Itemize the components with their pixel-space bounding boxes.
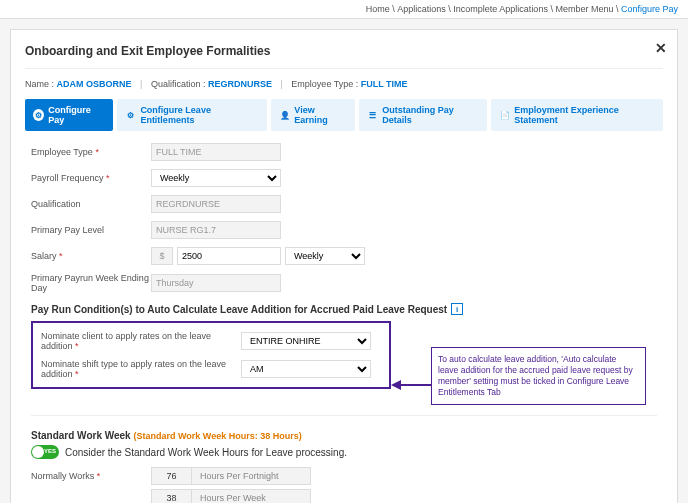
member-type: FULL TIME <box>361 79 408 89</box>
svg-marker-1 <box>391 380 401 390</box>
payrun-box: Nominate client to apply rates on the le… <box>31 321 391 389</box>
hours-fortnight-unit: Hours Per Fortnight <box>191 467 311 485</box>
crumb[interactable]: Home <box>366 4 390 14</box>
label-nominate-client: Nominate client to apply rates on the le… <box>41 331 241 351</box>
qualification-field <box>151 195 281 213</box>
std-week-note: (Standard Work Week Hours: 38 Hours) <box>133 431 301 441</box>
user-icon: 👤 <box>279 109 290 121</box>
gear-icon: ⚙ <box>33 109 44 121</box>
list-icon: ☰ <box>367 109 378 121</box>
tab-configure-pay[interactable]: ⚙ Configure Pay <box>25 99 113 131</box>
label-pay-level: Primary Pay Level <box>31 225 151 235</box>
salary-amount[interactable] <box>177 247 281 265</box>
tab-employment-statement[interactable]: 📄 Employment Experience Statement <box>491 99 663 131</box>
hours-week-unit: Hours Per Week <box>191 489 311 503</box>
label-qualification: Qualification <box>31 199 151 209</box>
tab-configure-leave[interactable]: ⚙ Configure Leave Entitlements <box>117 99 267 131</box>
configure-pay-form: Employee Type Payroll Frequency Weekly Q… <box>25 143 663 503</box>
hours-week-value: 38 <box>151 489 191 503</box>
close-icon[interactable]: ✕ <box>655 40 667 56</box>
label-week-ending: Primary Payrun Week Ending Day <box>31 273 151 293</box>
gear-icon: ⚙ <box>125 109 136 121</box>
info-icon[interactable]: i <box>451 303 463 315</box>
label-nominate-shift: Nominate shift type to apply rates on th… <box>41 359 241 379</box>
crumb[interactable]: Incomplete Applications <box>453 4 548 14</box>
member-qual: REGRDNURSE <box>208 79 272 89</box>
crumb[interactable]: Applications <box>397 4 446 14</box>
breadcrumb: Home \ Applications \ Incomplete Applica… <box>0 0 688 19</box>
crumb[interactable]: Member Menu <box>555 4 613 14</box>
employee-type-field <box>151 143 281 161</box>
member-summary: Name : ADAM OSBORNE | Qualification : RE… <box>25 79 663 89</box>
divider <box>31 415 657 416</box>
label-payroll-freq: Payroll Frequency <box>31 173 151 183</box>
label-employee-type: Employee Type <box>31 147 151 157</box>
callout-text: To auto calculate leave addition, 'Auto … <box>431 347 646 405</box>
std-week-toggle[interactable]: YES <box>31 445 59 459</box>
pay-level-field <box>151 221 281 239</box>
crumb-current: Configure Pay <box>621 4 678 14</box>
member-name: ADAM OSBORNE <box>57 79 132 89</box>
tab-view-earning[interactable]: 👤 View Earning <box>271 99 355 131</box>
toggle-knob <box>32 446 44 458</box>
std-week-title: Standard Work Week (Standard Work Week H… <box>31 430 657 441</box>
tabs: ⚙ Configure Pay ⚙ Configure Leave Entitl… <box>25 99 663 131</box>
arrow-icon <box>391 379 431 391</box>
std-week-toggle-label: Consider the Standard Work Week Hours fo… <box>65 447 347 458</box>
tab-outstanding-pay[interactable]: ☰ Outstanding Pay Details <box>359 99 487 131</box>
divider <box>25 68 663 69</box>
hours-fortnight-value: 76 <box>151 467 191 485</box>
modal-title: Onboarding and Exit Employee Formalities <box>25 44 663 58</box>
modal: ✕ Onboarding and Exit Employee Formaliti… <box>10 29 678 503</box>
payroll-freq-select[interactable]: Weekly <box>151 169 281 187</box>
label-normally-works: Normally Works <box>31 471 151 481</box>
label-salary: Salary <box>31 251 151 261</box>
week-ending-field <box>151 274 281 292</box>
callout: To auto calculate leave addition, 'Auto … <box>391 347 657 405</box>
nominate-shift-select[interactable]: AM <box>241 360 371 378</box>
payrun-section-title: Pay Run Condition(s) to Auto Calculate L… <box>31 303 657 315</box>
salary-currency <box>151 247 173 265</box>
doc-icon: 📄 <box>499 109 510 121</box>
salary-period-select[interactable]: Weekly <box>285 247 365 265</box>
nominate-client-select[interactable]: ENTIRE ONHIRE <box>241 332 371 350</box>
